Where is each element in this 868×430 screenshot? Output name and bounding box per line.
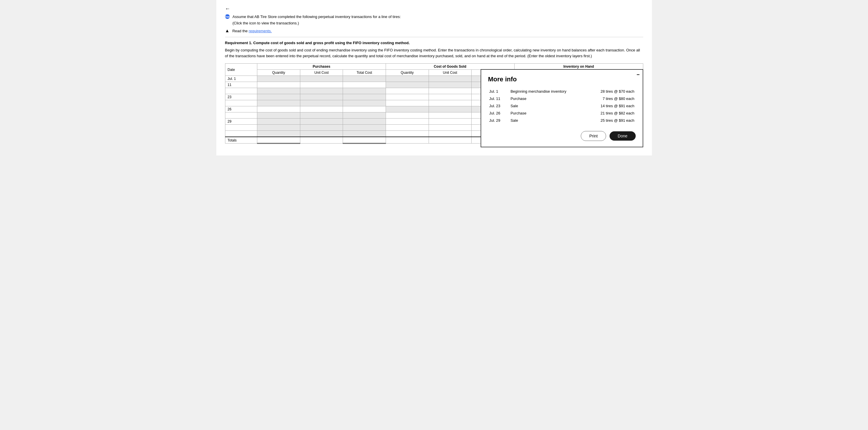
- cogs-input-cell[interactable]: [386, 113, 429, 119]
- cogs-input-cell[interactable]: [386, 106, 429, 113]
- cogs-input[interactable]: [387, 125, 428, 130]
- requirement-title-bold: Requirement 1.: [225, 41, 252, 45]
- purchases-input-cell[interactable]: [300, 131, 343, 137]
- purchases-input-cell[interactable]: [343, 119, 386, 125]
- purchases-input-cell[interactable]: [300, 137, 343, 144]
- cogs-input-cell[interactable]: [429, 88, 472, 94]
- cogs-input[interactable]: [430, 113, 470, 117]
- purchases-input-cell[interactable]: [343, 125, 386, 131]
- more-info-event: Sale: [506, 117, 587, 124]
- cogs-input-cell[interactable]: [386, 131, 429, 137]
- collapse-arrow-icon[interactable]: ▲: [225, 28, 230, 33]
- purchases-input-cell[interactable]: [257, 94, 300, 100]
- purchases-input-cell[interactable]: [257, 131, 300, 137]
- cogs-input[interactable]: [387, 95, 428, 99]
- more-info-date: Jul. 11: [488, 95, 506, 102]
- purchases-input-cell[interactable]: [343, 106, 386, 113]
- cogs-input-cell[interactable]: [429, 82, 472, 88]
- cogs-input-cell[interactable]: [429, 106, 472, 113]
- print-button[interactable]: Print: [581, 131, 606, 141]
- purchases-input-cell[interactable]: [257, 125, 300, 131]
- done-button[interactable]: Done: [610, 131, 636, 141]
- cogs-input-cell[interactable]: [386, 88, 429, 94]
- cogs-input-cell[interactable]: [429, 113, 472, 119]
- date-cell: Totals: [225, 137, 257, 144]
- purchases-input-cell[interactable]: [257, 137, 300, 144]
- purchases-input-cell[interactable]: [343, 94, 386, 100]
- cogs-input[interactable]: [387, 132, 428, 136]
- total-input[interactable]: [344, 138, 384, 142]
- cogs-input-cell[interactable]: [429, 100, 472, 106]
- date-cell: [225, 88, 257, 94]
- minimize-button[interactable]: −: [637, 72, 640, 77]
- cogs-input-cell[interactable]: [386, 82, 429, 88]
- purchases-input-cell[interactable]: [257, 106, 300, 113]
- purchases-header: Purchases: [257, 64, 386, 70]
- date-cell: Jul. 1: [225, 76, 257, 82]
- cogs-input-cell[interactable]: [386, 94, 429, 100]
- cogs-input-cell[interactable]: [386, 137, 429, 144]
- purchases-input-cell[interactable]: [257, 119, 300, 125]
- purchases-input-cell[interactable]: [343, 82, 386, 88]
- purchases-input[interactable]: [302, 107, 342, 111]
- cogs-input-cell[interactable]: [386, 119, 429, 125]
- purchases-input-cell[interactable]: [343, 131, 386, 137]
- purchases-input-cell[interactable]: [300, 125, 343, 131]
- purchases-input[interactable]: [344, 107, 384, 111]
- date-cell: 11: [225, 82, 257, 88]
- cogs-input[interactable]: [387, 113, 428, 117]
- purchases-input-cell[interactable]: [300, 100, 343, 106]
- purch-unit-cost-header: Unit Cost: [300, 70, 343, 76]
- total-input[interactable]: [258, 138, 299, 142]
- cogs-input-cell[interactable]: [429, 119, 472, 125]
- purchases-input-cell[interactable]: [257, 113, 300, 119]
- cogs-input-cell[interactable]: [429, 125, 472, 131]
- purchases-input-cell[interactable]: [343, 88, 386, 94]
- purchases-input-cell[interactable]: [257, 82, 300, 88]
- cogs-input[interactable]: [430, 101, 470, 105]
- cogs-input-cell[interactable]: [386, 125, 429, 131]
- purchases-input[interactable]: [302, 83, 342, 87]
- purchases-input-cell[interactable]: [257, 100, 300, 106]
- cogs-input[interactable]: [430, 89, 470, 93]
- info-icon[interactable]: Beginning merchandise inventory: [225, 14, 230, 19]
- purchases-input-cell[interactable]: [300, 76, 343, 82]
- back-arrow[interactable]: ←: [225, 6, 230, 12]
- purchases-input-cell[interactable]: [300, 119, 343, 125]
- cogs-input[interactable]: [387, 119, 428, 123]
- purchases-input-cell[interactable]: [343, 137, 386, 144]
- purchases-input-cell[interactable]: [300, 113, 343, 119]
- purchases-input[interactable]: [344, 83, 384, 87]
- date-cell: 29: [225, 119, 257, 125]
- cogs-input-cell[interactable]: [429, 76, 472, 82]
- cogs-input-cell[interactable]: [386, 100, 429, 106]
- cogs-input[interactable]: [430, 95, 470, 99]
- cogs-input[interactable]: [430, 125, 470, 130]
- more-info-detail: 7 tires @ $80 each: [587, 95, 636, 102]
- purchases-input-cell[interactable]: [300, 82, 343, 88]
- purchases-input-cell[interactable]: [300, 88, 343, 94]
- cogs-input-cell[interactable]: [429, 94, 472, 100]
- purchases-input[interactable]: [258, 83, 299, 87]
- purchases-input-cell[interactable]: [300, 106, 343, 113]
- more-info-row: Jul. 1Beginning merchandise inventory28 …: [488, 88, 636, 95]
- cogs-input-cell[interactable]: [429, 137, 472, 144]
- cogs-input[interactable]: [430, 119, 470, 123]
- purchases-input-cell[interactable]: [257, 76, 300, 82]
- purchases-input-cell[interactable]: [343, 113, 386, 119]
- cogs-input-cell[interactable]: [429, 131, 472, 137]
- cogs-total-input[interactable]: [387, 138, 428, 142]
- cogs-input-cell[interactable]: [386, 76, 429, 82]
- intro-main-text: Assume that AB Tire Store completed the …: [232, 14, 401, 20]
- cogs-input[interactable]: [430, 132, 470, 136]
- purchases-input[interactable]: [258, 107, 299, 111]
- purchases-input-cell[interactable]: [257, 88, 300, 94]
- cogs-input[interactable]: [387, 101, 428, 105]
- purchases-input-cell[interactable]: [343, 76, 386, 82]
- cogs-input[interactable]: [387, 89, 428, 93]
- date-cell: [225, 100, 257, 106]
- purchases-input-cell[interactable]: [300, 94, 343, 100]
- purchases-input-cell[interactable]: [343, 100, 386, 106]
- requirements-link[interactable]: requirements.: [249, 29, 272, 33]
- more-info-popup: − More info Jul. 1Beginning merchandise …: [480, 69, 643, 147]
